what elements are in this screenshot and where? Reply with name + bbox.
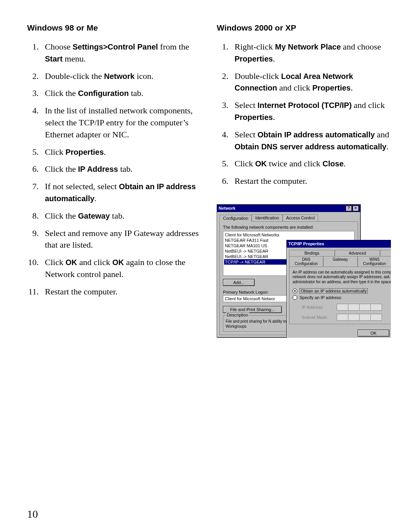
tcpip-title: TCP/IP Properties <box>288 241 324 246</box>
step-number: 4. <box>217 129 228 153</box>
tcpip-dialog: TCP/IP Properties ? × Bindings Advanced … <box>286 240 391 338</box>
tab-bindings[interactable]: Bindings <box>289 250 335 256</box>
step-text: Double-click Local Area Network Connecti… <box>235 70 391 94</box>
network-title: Network <box>219 206 235 210</box>
step: 2.Double-click the Network icon. <box>27 70 201 82</box>
step: 9.Select and remove any IP Gateway addre… <box>27 228 201 251</box>
network-tabs: Configuration Identification Access Cont… <box>219 214 358 221</box>
tab-gateway[interactable]: Gateway <box>323 256 357 267</box>
ip-field <box>337 304 382 311</box>
ok-button[interactable]: OK <box>358 330 389 337</box>
page-number: 10 <box>27 508 38 520</box>
step-number: 3. <box>27 87 39 99</box>
step-number: 4. <box>27 105 39 140</box>
help-icon[interactable]: ? <box>346 205 352 211</box>
tcpip-info: An IP address can be automatically assig… <box>293 270 391 285</box>
tab-dns[interactable]: DNS Configuration <box>289 256 323 267</box>
step: 1.Choose Settings>Control Panel from the… <box>27 41 201 65</box>
step: 8.Click the Gateway tab. <box>27 210 201 222</box>
step-number: 2. <box>217 70 228 94</box>
step-number: 5. <box>217 158 228 170</box>
step: 11.Restart the computer. <box>27 286 201 298</box>
step-number: 11. <box>27 286 39 298</box>
step-number: 6. <box>27 163 39 175</box>
step: 4.Select Obtain IP address automatically… <box>217 129 391 153</box>
step: 7.If not selected, select Obtain an IP a… <box>27 181 201 205</box>
step: 6.Click the IP Address tab. <box>27 163 201 175</box>
step-text: Click OK and click OK again to close the… <box>45 257 201 281</box>
radio-off-icon <box>293 295 297 300</box>
step-number: 1. <box>27 41 39 65</box>
mask-label: Subnet Mask: <box>302 315 333 320</box>
description-legend: Description <box>226 313 249 317</box>
list-item[interactable]: Client for Microsoft Networks <box>224 232 353 238</box>
step: 1.Right-click My Network Place and choos… <box>217 41 391 65</box>
step-text: Select Internet Protocol (TCP/IP) and cl… <box>235 99 391 123</box>
step-number: 3. <box>217 99 228 123</box>
add-button[interactable]: Add... <box>223 279 255 286</box>
step-text: In the list of installed network compone… <box>45 105 201 140</box>
right-column: Windows 2000 or XP 1.Right-click My Netw… <box>217 23 391 338</box>
step-text: Restart the computer. <box>235 175 391 187</box>
tab-advanced[interactable]: Advanced <box>335 250 380 256</box>
tcpip-tabs-row2: DNS Configuration Gateway WINS Configura… <box>289 256 391 267</box>
step-text: If not selected, select Obtain an IP add… <box>45 181 201 205</box>
step: 4.In the list of installed network compo… <box>27 105 201 140</box>
heading-win98: Windows 98 or Me <box>27 23 201 33</box>
step-number: 2. <box>27 70 39 82</box>
steps-win98: 1.Choose Settings>Control Panel from the… <box>27 41 201 298</box>
step-text: Restart the computer. <box>45 286 201 298</box>
file-print-sharing-button[interactable]: File and Print Sharing... <box>223 306 282 313</box>
step-number: 1. <box>217 41 228 65</box>
step-text: Select Obtain IP address automatically a… <box>235 129 391 153</box>
step-number: 10. <box>27 257 39 281</box>
step-text: Click the Gateway tab. <box>45 210 201 222</box>
step-text: Click Properties. <box>45 146 201 158</box>
close-icon[interactable]: × <box>353 205 359 211</box>
step-text: Click OK twice and click Close. <box>235 158 391 170</box>
step-text: Choose Settings>Control Panel from the S… <box>45 41 201 65</box>
step-text: Double-click the Network icon. <box>45 70 201 82</box>
step-number: 9. <box>27 228 39 251</box>
step-number: 8. <box>27 210 39 222</box>
tab-configuration[interactable]: Configuration <box>219 215 252 222</box>
tcpip-buttons: OK Cancel <box>287 327 391 338</box>
tab-access-control[interactable]: Access Control <box>283 214 318 221</box>
step-text: Click the IP Address tab. <box>45 163 201 175</box>
tcpip-panel: An IP address can be automatically assig… <box>289 267 391 325</box>
tab-identification[interactable]: Identification <box>252 214 283 221</box>
step-text: Right-click My Network Place and choose … <box>235 41 391 65</box>
step: 3.Click the Configuration tab. <box>27 87 201 99</box>
heading-win2000: Windows 2000 or XP <box>217 23 391 33</box>
left-column: Windows 98 or Me 1.Choose Settings>Contr… <box>27 23 201 338</box>
step-number: 7. <box>27 181 39 205</box>
step: 10.Click OK and click OK again to close … <box>27 257 201 281</box>
radio-specify[interactable]: Specify an IP address: <box>293 295 391 300</box>
tcpip-titlebar: TCP/IP Properties ? × <box>287 240 391 248</box>
radio-obtain[interactable]: Obtain an IP address automatically <box>293 288 391 294</box>
step-number: 5. <box>27 146 39 158</box>
step: 5.Click Properties. <box>27 146 201 158</box>
network-titlebar: Network ? × <box>217 205 360 212</box>
ip-label: IP Address: <box>302 305 333 310</box>
step-number: 6. <box>217 175 228 187</box>
radio-specify-label: Specify an IP address: <box>300 295 342 300</box>
radio-on-icon <box>293 289 297 293</box>
mask-field <box>337 314 382 321</box>
step: 2.Double-click Local Area Network Connec… <box>217 70 391 94</box>
tcpip-tabs-row1: Bindings Advanced NetBIOS <box>289 250 391 256</box>
step: 3.Select Internet Protocol (TCP/IP) and … <box>217 99 391 123</box>
step: 5.Click OK twice and click Close. <box>217 158 391 170</box>
radio-obtain-label: Obtain an IP address automatically <box>300 288 368 294</box>
step-text: Select and remove any IP Gateway address… <box>45 228 201 251</box>
steps-win2000: 1.Right-click My Network Place and choos… <box>217 41 391 187</box>
dialog-illustration: Network ? × Configuration Identification… <box>217 193 391 338</box>
tab-netbios[interactable]: NetBIOS <box>380 250 391 256</box>
tab-wins[interactable]: WINS Configuration <box>358 256 391 267</box>
step: 6.Restart the computer. <box>217 175 391 187</box>
installed-label: The following network components are ins… <box>223 225 355 229</box>
step-text: Click the Configuration tab. <box>45 87 201 99</box>
